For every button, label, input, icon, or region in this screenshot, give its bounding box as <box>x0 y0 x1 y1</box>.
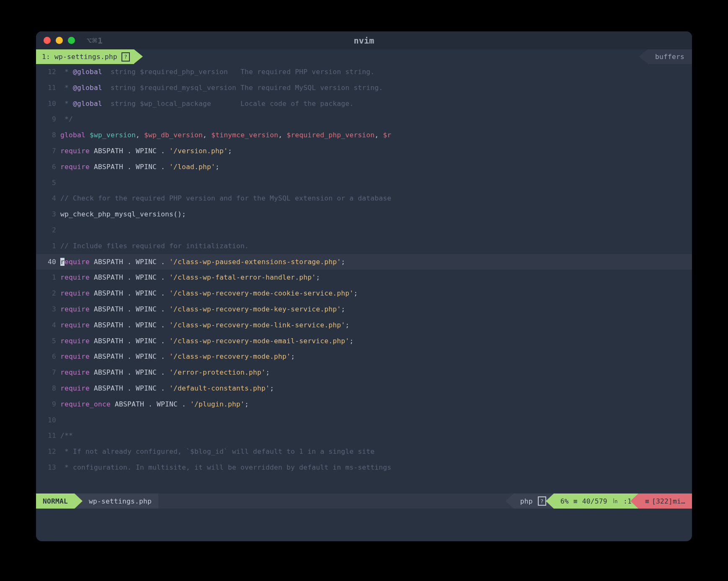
line-number: 13 <box>36 460 60 476</box>
buffers-label: buffers <box>648 49 692 64</box>
code-source[interactable]: // Include files required for initializa… <box>60 238 692 254</box>
code-source[interactable]: require ABSPATH . WPINC . '/error-protec… <box>60 365 692 380</box>
line-number: 4 <box>36 190 60 206</box>
code-line[interactable]: 8global $wp_version, $wp_db_version, $ti… <box>36 127 692 143</box>
code-line-current[interactable]: 40require ABSPATH . WPINC . '/class-wp-p… <box>36 254 692 270</box>
line-number: 2 <box>36 222 60 238</box>
line-number: 9 <box>36 111 60 127</box>
terminal-window: ⌥⌘1 nvim 1: wp-settings.php ? buffers 12… <box>36 31 692 541</box>
line-number: 6 <box>36 159 60 175</box>
code-source[interactable]: require ABSPATH . WPINC . '/load.php'; <box>60 159 692 175</box>
line-number: 10 <box>36 96 60 112</box>
code-source[interactable] <box>60 175 692 191</box>
help-icon: ? <box>538 496 546 506</box>
buffer-tab-label: 1: wp-settings.php <box>42 53 117 61</box>
code-source[interactable]: require ABSPATH . WPINC . '/class-wp-pau… <box>60 254 692 270</box>
line-number: 7 <box>36 143 60 159</box>
code-source[interactable]: /** <box>60 428 692 444</box>
status-line: NORMAL wp-settings.php php ? 6% ≡ 40/579… <box>36 494 692 509</box>
code-line[interactable]: 1// Include files required for initializ… <box>36 238 692 254</box>
code-source[interactable]: require ABSPATH . WPINC . '/class-wp-rec… <box>60 317 692 333</box>
code-source[interactable]: require ABSPATH . WPINC . '/class-wp-rec… <box>60 333 692 349</box>
line-number: 5 <box>36 175 60 191</box>
code-line[interactable]: 4require ABSPATH . WPINC . '/class-wp-re… <box>36 317 692 333</box>
line-number: 6 <box>36 349 60 365</box>
line-number: 4 <box>36 317 60 333</box>
code-line[interactable]: 11/** <box>36 428 692 444</box>
line-number: 1 <box>36 270 60 285</box>
line-number: 5 <box>36 333 60 349</box>
code-source[interactable]: */ <box>60 111 692 127</box>
line-number: 3 <box>36 206 60 222</box>
line-col: 40/579 <box>582 497 607 505</box>
code-source[interactable]: global $wp_version, $wp_db_version, $tin… <box>60 127 692 143</box>
code-source[interactable]: * If not already configured, `$blog_id` … <box>60 444 692 460</box>
line-icon: ≡ <box>573 497 578 505</box>
line-number: 1 <box>36 238 60 254</box>
window-title: nvim <box>36 36 692 46</box>
code-line[interactable]: 10 * @global string $wp_local_package Lo… <box>36 96 692 112</box>
line-number: 7 <box>36 365 60 380</box>
code-line[interactable]: 9 */ <box>36 111 692 127</box>
code-source[interactable]: require ABSPATH . WPINC . '/class-wp-rec… <box>60 285 692 301</box>
code-line[interactable]: 11 * @global string $required_mysql_vers… <box>36 80 692 96</box>
file-segment: wp-settings.php <box>75 494 158 509</box>
code-line[interactable]: 4// Check for the required PHP version a… <box>36 190 692 206</box>
line-number: 12 <box>36 444 60 460</box>
code-source[interactable] <box>60 412 692 428</box>
buffer-tab[interactable]: 1: wp-settings.php ? <box>36 49 134 64</box>
code-line[interactable]: 12 * If not already configured, `$blog_i… <box>36 444 692 460</box>
line-number: 3 <box>36 301 60 317</box>
code-area[interactable]: 12 * @global string $required_php_versio… <box>36 64 692 476</box>
line-number: 12 <box>36 64 60 80</box>
code-source[interactable]: require ABSPATH . WPINC . '/class-wp-fat… <box>60 270 692 285</box>
status-spacer <box>158 494 514 509</box>
git-segment: ≡ [322]mi… <box>638 494 692 509</box>
code-source[interactable]: * configuration. In multisite, it will b… <box>60 460 692 476</box>
percent: 6% <box>560 497 569 505</box>
line-number: 2 <box>36 285 60 301</box>
titlebar: ⌥⌘1 nvim <box>36 31 692 49</box>
position-segment: 6% ≡ 40/579 ㏑ :1 <box>554 494 638 509</box>
line-number: 9 <box>36 396 60 412</box>
code-source[interactable]: require_once ABSPATH . WPINC . '/plugin.… <box>60 396 692 412</box>
code-line[interactable]: 9require_once ABSPATH . WPINC . '/plugin… <box>36 396 692 412</box>
code-source[interactable]: require ABSPATH . WPINC . '/class-wp-rec… <box>60 301 692 317</box>
code-line[interactable]: 12 * @global string $required_php_versio… <box>36 64 692 80</box>
line-number: 8 <box>36 127 60 143</box>
code-source[interactable]: // Check for the required PHP version an… <box>60 190 692 206</box>
git-label: [322]mi… <box>652 497 685 505</box>
filetype-label: php <box>520 497 533 505</box>
code-line[interactable]: 3wp_check_php_mysql_versions(); <box>36 206 692 222</box>
code-line[interactable]: 3require ABSPATH . WPINC . '/class-wp-re… <box>36 301 692 317</box>
branch-icon: ≡ <box>645 497 649 505</box>
line-number: 40 <box>36 254 60 270</box>
code-line[interactable]: 6require ABSPATH . WPINC . '/load.php'; <box>36 159 692 175</box>
code-line[interactable]: 5 <box>36 175 692 191</box>
code-source[interactable]: * @global string $wp_local_package Local… <box>60 96 692 112</box>
code-line[interactable]: 5require ABSPATH . WPINC . '/class-wp-re… <box>36 333 692 349</box>
line-number: 11 <box>36 80 60 96</box>
mode-segment: NORMAL <box>36 494 75 509</box>
code-line[interactable]: 8require ABSPATH . WPINC . '/default-con… <box>36 380 692 396</box>
code-line[interactable]: 7require ABSPATH . WPINC . '/version.php… <box>36 143 692 159</box>
code-line[interactable]: 2 <box>36 222 692 238</box>
code-source[interactable]: require ABSPATH . WPINC . '/class-wp-rec… <box>60 349 692 365</box>
code-line[interactable]: 7require ABSPATH . WPINC . '/error-prote… <box>36 365 692 380</box>
code-line[interactable]: 1require ABSPATH . WPINC . '/class-wp-fa… <box>36 270 692 285</box>
code-source[interactable] <box>60 222 692 238</box>
line-number: 11 <box>36 428 60 444</box>
code-source[interactable]: * @global string $required_mysql_version… <box>60 80 692 96</box>
code-source[interactable]: require ABSPATH . WPINC . '/version.php'… <box>60 143 692 159</box>
line-number: 8 <box>36 380 60 396</box>
col-icon: ㏑ <box>612 496 619 506</box>
code-source[interactable]: require ABSPATH . WPINC . '/default-cons… <box>60 380 692 396</box>
line-number: 10 <box>36 412 60 428</box>
help-icon: ? <box>121 52 130 62</box>
code-source[interactable]: wp_check_php_mysql_versions(); <box>60 206 692 222</box>
code-line[interactable]: 13 * configuration. In multisite, it wil… <box>36 460 692 476</box>
code-source[interactable]: * @global string $required_php_version T… <box>60 64 692 80</box>
code-line[interactable]: 10 <box>36 412 692 428</box>
code-line[interactable]: 6require ABSPATH . WPINC . '/class-wp-re… <box>36 349 692 365</box>
code-line[interactable]: 2require ABSPATH . WPINC . '/class-wp-re… <box>36 285 692 301</box>
